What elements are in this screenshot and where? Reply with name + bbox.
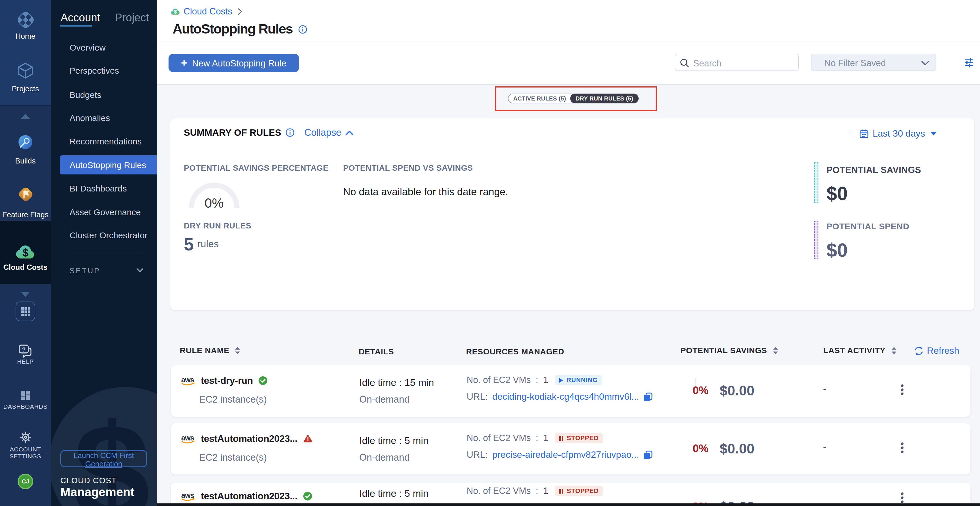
- svg-text:$: $: [174, 9, 177, 15]
- svg-text:aws: aws: [181, 434, 194, 442]
- svg-text:aws: aws: [181, 492, 194, 500]
- svg-text:?: ?: [22, 346, 25, 353]
- svg-text:$: $: [22, 247, 29, 259]
- svg-text:aws: aws: [181, 376, 194, 384]
